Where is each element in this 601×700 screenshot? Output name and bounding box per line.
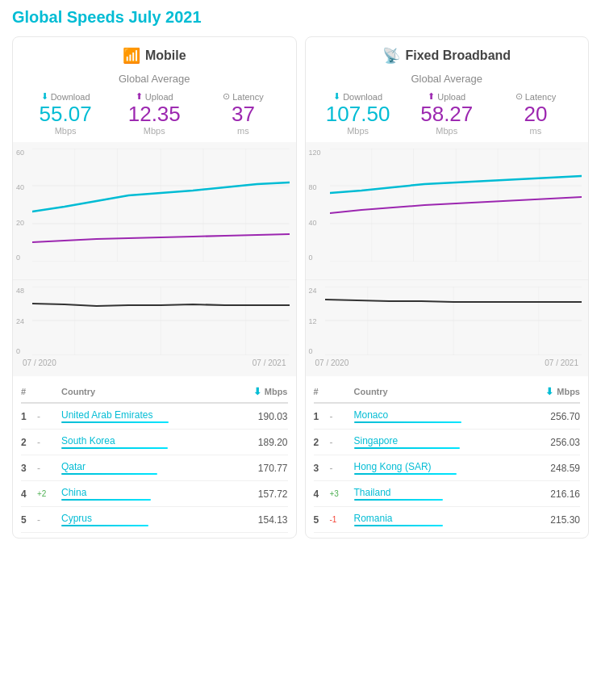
rank-5: 5 — [21, 514, 37, 526]
mobile-panel: 📶 Mobile Global Average ⬇ Download 55.07… — [12, 36, 297, 539]
fixed-upload-unit: Mbps — [403, 126, 491, 136]
mobile-icon: 📶 — [123, 47, 140, 65]
fixed-country-table: # Country ⬇ Mbps 1 - Monaco 256.70 — [306, 376, 589, 538]
mobile-panel-header: 📶 Mobile — [13, 37, 296, 69]
wifi-icon: 📡 — [382, 47, 400, 65]
change-2: - — [37, 437, 61, 448]
fixed-rank-header: # — [314, 387, 330, 396]
fixed-rank-2: 2 — [314, 437, 330, 448]
country-5: Cyprus — [61, 513, 174, 526]
fixed-section-title: Global Average — [306, 69, 589, 91]
change-3: - — [37, 463, 61, 474]
fixed-change-1: - — [330, 411, 354, 422]
fixed-country-2: Singapore — [354, 435, 467, 449]
fixed-change-3: - — [330, 463, 354, 474]
fixed-upload-stat: ⬆ Upload 58.27 Mbps — [403, 91, 491, 136]
mobile-latency-stat: ⊙ Latency 37 ms — [198, 91, 287, 136]
mobile-stats-row: ⬇ Download 55.07 Mbps ⬆ Upload 12.35 Mbp… — [13, 91, 296, 142]
fixed-dl-icon: ⬇ — [333, 91, 340, 102]
mobile-download-stat: ⬇ Download 55.07 Mbps — [21, 91, 110, 136]
mobile-download-value: 55.07 — [21, 103, 110, 124]
mobile-upload-value: 12.35 — [110, 103, 198, 124]
change-5: - — [37, 514, 61, 526]
fixed-table-row: 2 - Singapore 256.03 — [314, 430, 581, 455]
mbps-5: 154.13 — [174, 514, 287, 526]
country-1: United Arab Emirates — [61, 409, 174, 423]
mobile-download-label: ⬇ Download — [21, 91, 110, 102]
mobile-speed-chart: 6040200 — [13, 142, 296, 279]
fixed-country-header: Country — [354, 387, 524, 396]
fixed-change-2: - — [330, 437, 354, 448]
rank-1: 1 — [21, 411, 37, 422]
fixed-ul-icon: ⬆ — [428, 91, 435, 102]
fixed-speed-chart: 12080400 — [306, 142, 589, 279]
mbps-2: 189.20 — [174, 437, 287, 448]
fixed-download-label: ⬇ Download — [314, 91, 403, 102]
change-1: - — [37, 411, 61, 422]
fixed-upload-value: 58.27 — [403, 103, 491, 124]
fixed-mbps-3: 248.59 — [467, 463, 580, 474]
fixed-table-header: # Country ⬇ Mbps — [314, 381, 581, 404]
mobile-section-title: Global Average — [13, 69, 296, 91]
fixed-lat-icon: ⊙ — [515, 91, 523, 102]
mobile-latency-chart: 48240 07 / 2020 07 / 2021 — [13, 279, 296, 376]
mobile-latency-unit: ms — [198, 126, 287, 136]
mobile-table-row: 2 - South Korea 189.20 — [21, 430, 288, 455]
mobile-upload-stat: ⬆ Upload 12.35 Mbps — [110, 91, 198, 136]
fixed-latency-label: ⊙ Latency — [491, 91, 580, 102]
fixed-mbps-dl-icon: ⬇ — [545, 386, 553, 397]
mobile-y-axis: 6040200 — [16, 149, 24, 262]
fixed-title: Fixed Broadband — [405, 48, 511, 63]
download-icon: ⬇ — [41, 91, 48, 102]
fixed-mbps-1: 256.70 — [467, 411, 580, 422]
fixed-y-axis: 12080400 — [309, 149, 321, 262]
change-4: +2 — [37, 489, 61, 498]
fixed-country-5: Romania — [354, 513, 467, 526]
country-2: South Korea — [61, 435, 174, 449]
fixed-download-unit: Mbps — [314, 126, 403, 136]
page-title: Global Speeds July 2021 — [12, 8, 589, 27]
fixed-mbps-2: 256.03 — [467, 437, 580, 448]
fixed-table-row: 4 +3 Thailand 216.16 — [314, 481, 581, 507]
fixed-latency-value: 20 — [491, 103, 580, 124]
mbps-dl-icon: ⬇ — [253, 386, 261, 397]
mobile-table-row: 5 - Cyprus 154.13 — [21, 507, 288, 533]
fixed-table-row: 3 - Hong Kong (SAR) 248.59 — [314, 455, 581, 481]
country-header: Country — [61, 387, 232, 396]
mobile-table-row: 1 - United Arab Emirates 190.03 — [21, 404, 288, 430]
fixed-rank-1: 1 — [314, 411, 330, 422]
mbps-header: ⬇ Mbps — [232, 386, 288, 397]
fixed-upload-label: ⬆ Upload — [403, 91, 491, 102]
mobile-table-row: 4 +2 China 157.72 — [21, 481, 288, 507]
fixed-mbps-header: ⬇ Mbps — [524, 386, 580, 397]
mbps-3: 170.77 — [174, 463, 287, 474]
rank-header: # — [21, 387, 37, 396]
mobile-download-unit: Mbps — [21, 126, 110, 136]
country-3: Qatar — [61, 461, 174, 475]
upload-icon: ⬆ — [136, 91, 143, 102]
fixed-latency-chart: 24120 07 / 2020 07 / 2021 — [306, 279, 589, 376]
fixed-mbps-4: 216.16 — [467, 488, 580, 500]
mobile-title: Mobile — [145, 48, 186, 63]
fixed-latency-unit: ms — [491, 126, 580, 136]
country-4: China — [61, 487, 174, 501]
fixed-country-1: Monaco — [354, 409, 467, 423]
rank-4: 4 — [21, 488, 37, 500]
main-grid: 📶 Mobile Global Average ⬇ Download 55.07… — [12, 36, 589, 539]
fixed-download-value: 107.50 — [314, 103, 403, 124]
mobile-upload-label: ⬆ Upload — [110, 91, 198, 102]
mobile-country-table: # Country ⬇ Mbps 1 - United Arab Emirate… — [13, 376, 296, 538]
fixed-change-5: -1 — [330, 515, 354, 524]
fixed-panel: 📡 Fixed Broadband Global Average ⬇ Downl… — [305, 36, 590, 539]
latency-icon: ⊙ — [223, 91, 230, 102]
mobile-latency-label: ⊙ Latency — [198, 91, 287, 102]
fixed-table-row: 5 -1 Romania 215.30 — [314, 507, 581, 533]
fixed-latency-stat: ⊙ Latency 20 ms — [491, 91, 580, 136]
fixed-table-row: 1 - Monaco 256.70 — [314, 404, 581, 430]
mobile-table-row: 3 - Qatar 170.77 — [21, 455, 288, 481]
fixed-mbps-5: 215.30 — [467, 514, 580, 526]
fixed-panel-header: 📡 Fixed Broadband — [306, 37, 589, 69]
fixed-lat-y-axis: 24120 — [309, 287, 317, 355]
mobile-lat-y-axis: 48240 — [16, 287, 24, 355]
fixed-rank-4: 4 — [314, 488, 330, 500]
